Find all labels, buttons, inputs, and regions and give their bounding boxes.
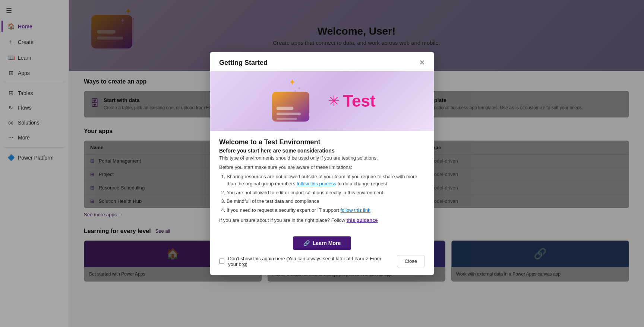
limitation-1-text-after: to do a change request (336, 181, 387, 186)
svg-rect-10 (277, 107, 293, 110)
guidance-link[interactable]: this guidance (347, 217, 378, 223)
modal-hero-logo: ✳ Test (328, 92, 375, 110)
modal-close-button[interactable]: ✕ (419, 59, 425, 66)
guidance-text-before: If you are unsure about if you are in th… (219, 217, 347, 223)
modal-intro-text: This type of environments should be used… (219, 155, 425, 161)
limitation-1: Sharing resources are not allowed outsid… (227, 173, 425, 188)
svg-rect-11 (277, 113, 301, 115)
modal-limitations-intro: Before you start make sure you are aware… (219, 164, 425, 170)
dont-show-label: Don't show this again here (You can alwa… (228, 256, 389, 267)
modal-limitations-list: Sharing resources are not allowed outsid… (227, 173, 425, 214)
modal-footer: 🔗 Learn More Don't show this again here … (210, 230, 434, 275)
svg-text:✦: ✦ (289, 78, 296, 87)
modal-overlay: Getting Started ✕ ✦ ✦ ✦ (0, 0, 644, 327)
modal-dialog: Getting Started ✕ ✦ ✦ ✦ (210, 52, 434, 275)
modal-considerations-heading: Before you start here are some considera… (219, 148, 425, 154)
modal-header: Getting Started ✕ (210, 52, 434, 71)
modal-welcome-heading: Welcome to a Test Environment (219, 138, 425, 146)
limitation-3: Be mindfull of the test data and complia… (227, 198, 425, 205)
dont-show-row: Don't show this again here (You can alwa… (219, 255, 425, 267)
snowflake-icon: ✳ (328, 93, 340, 109)
modal-body: Welcome to a Test Environment Before you… (210, 131, 434, 231)
learn-more-button[interactable]: 🔗 Learn More (293, 236, 351, 250)
dont-show-checkbox[interactable] (219, 258, 224, 264)
learn-more-icon: 🔗 (303, 240, 310, 246)
modal-hero-brand-text: Test (343, 92, 375, 110)
limitation-2: You are not allowed to edit or import so… (227, 189, 425, 196)
modal-title: Getting Started (219, 59, 268, 67)
limitation-4-text-before: If you need to request a security expert… (227, 207, 340, 213)
close-button[interactable]: Close (397, 255, 425, 267)
limitation-4: If you need to request a security expert… (227, 207, 425, 214)
svg-rect-12 (277, 118, 297, 120)
modal-hero-svg: ✦ ✦ ✦ (268, 77, 313, 125)
modal-hero-image: ✦ ✦ ✦ ✳ Test (210, 71, 434, 131)
limitation-4-link[interactable]: follow this link (340, 207, 370, 213)
modal-guidance-text: If you are unsure about if you are in th… (219, 217, 425, 223)
svg-text:✦: ✦ (297, 86, 301, 91)
learn-more-label: Learn More (313, 240, 341, 246)
limitation-1-link[interactable]: follow this process (297, 181, 336, 186)
